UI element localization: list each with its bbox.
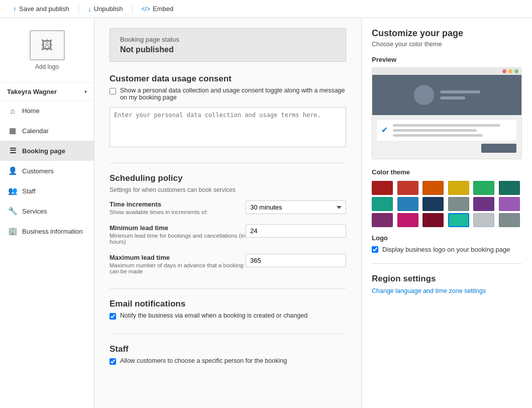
- business-icon: 🏢: [8, 227, 17, 236]
- staff-section: Staff Allow customers to choose a specif…: [110, 344, 346, 365]
- staff-icon: 👥: [8, 186, 17, 195]
- color-swatch-12[interactable]: [372, 213, 393, 227]
- sidebar-item-services[interactable]: 🔧 Services: [0, 201, 94, 221]
- preview-box: ✔: [372, 67, 522, 159]
- sidebar-item-label-staff: Staff: [22, 187, 36, 195]
- content-area: Booking page status Not published Custom…: [94, 18, 361, 408]
- sidebar-item-calendar[interactable]: ▦ Calendar: [0, 121, 94, 141]
- color-swatch-15[interactable]: [448, 213, 469, 227]
- main-layout: 🖼 Add logo Takeyra Wagner ▾ ⌂ Home ▦ Cal…: [0, 18, 532, 408]
- scheduling-section: Scheduling policy Settings for when cust…: [110, 173, 346, 274]
- color-grid: [372, 181, 522, 227]
- check-icon: ✔: [381, 125, 388, 135]
- color-swatch-9[interactable]: [448, 197, 469, 211]
- min-lead-input[interactable]: [246, 224, 346, 238]
- color-swatch-17[interactable]: [499, 213, 520, 227]
- color-swatch-10[interactable]: [473, 197, 494, 211]
- color-swatch-14[interactable]: [422, 213, 444, 227]
- home-icon: ⌂: [8, 107, 17, 115]
- embed-button[interactable]: </> Embed: [137, 3, 179, 15]
- embed-label: Embed: [153, 5, 173, 13]
- sidebar-item-label-calendar: Calendar: [22, 127, 49, 135]
- time-increments-left: Time increments Show available times in …: [110, 200, 246, 215]
- preview-right-lines: [393, 124, 512, 137]
- color-swatch-0[interactable]: [372, 181, 393, 195]
- sidebar-item-customers[interactable]: 👤 Customers: [0, 161, 94, 181]
- color-swatch-2[interactable]: [422, 181, 444, 195]
- sidebar-item-business-information[interactable]: 🏢 Business information: [0, 221, 94, 241]
- scheduling-title: Scheduling policy: [110, 173, 346, 183]
- save-icon: ↑: [13, 5, 17, 13]
- sidebar-item-staff[interactable]: 👥 Staff: [0, 181, 94, 201]
- sidebar-item-label-customers: Customers: [22, 167, 54, 175]
- preview-line-2: [440, 96, 465, 99]
- color-swatch-13[interactable]: [397, 213, 418, 227]
- max-lead-right: [246, 254, 346, 267]
- email-checkbox-label: Notify the business via email when a boo…: [120, 312, 307, 319]
- logo-checkbox-label: Display business logo on your booking pa…: [382, 246, 510, 253]
- sidebar-item-home[interactable]: ⌂ Home: [0, 101, 94, 121]
- color-swatch-3[interactable]: [448, 181, 469, 195]
- logo-box: 🖼: [30, 30, 65, 60]
- consent-textarea[interactable]: [110, 107, 346, 147]
- time-increments-right: 15 minutes 30 minutes 60 minutes: [246, 200, 346, 214]
- max-lead-desc: Maximum number of days in advance that a…: [110, 262, 246, 274]
- preview-body-inner: ✔: [377, 120, 516, 141]
- color-swatch-6[interactable]: [372, 197, 393, 211]
- region-link[interactable]: Change language and time zone settings: [372, 287, 486, 294]
- color-swatch-16[interactable]: [473, 213, 494, 227]
- image-icon: 🖼: [41, 38, 53, 52]
- max-lead-label: Maximum lead time: [110, 254, 246, 261]
- panel-subtitle: Choose your color theme: [372, 41, 522, 48]
- customers-icon: 👤: [8, 166, 17, 175]
- preview-avatar: [414, 85, 434, 105]
- logo-checkbox[interactable]: [372, 246, 378, 253]
- save-publish-label: Save and publish: [19, 5, 69, 13]
- color-swatch-5[interactable]: [499, 181, 520, 195]
- add-logo-text[interactable]: Add logo: [35, 63, 59, 70]
- preview-text-line-1: [393, 124, 500, 127]
- sidebar-item-label-business-information: Business information: [22, 228, 83, 235]
- time-increments-select[interactable]: 15 minutes 30 minutes 60 minutes: [246, 200, 346, 214]
- toolbar-divider-1: [78, 4, 79, 14]
- user-dropdown[interactable]: Takeyra Wagner ▾: [0, 83, 94, 101]
- preview-header: [372, 75, 521, 115]
- color-swatch-4[interactable]: [473, 181, 494, 195]
- sidebar: 🖼 Add logo Takeyra Wagner ▾ ⌂ Home ▦ Cal…: [0, 18, 94, 408]
- divider-region: [372, 263, 522, 264]
- panel-title: Customize your page: [372, 28, 522, 39]
- logo-section-label: Logo: [372, 234, 522, 242]
- preview-body: ✔: [372, 115, 521, 159]
- staff-title: Staff: [110, 344, 346, 354]
- min-lead-row: Minimum lead time Minimum lead time for …: [110, 224, 346, 245]
- sidebar-item-booking-page[interactable]: ☰ Booking page: [0, 141, 94, 161]
- email-title: Email notifications: [110, 299, 346, 309]
- calendar-icon: ▦: [8, 126, 17, 135]
- right-panel: Customize your page Choose your color th…: [361, 18, 532, 408]
- color-swatch-7[interactable]: [397, 197, 418, 211]
- scheduling-subtitle: Settings for when customers can book ser…: [110, 186, 346, 193]
- min-lead-right: [246, 224, 346, 238]
- save-publish-button[interactable]: ↑ Save and publish: [8, 3, 74, 15]
- min-lead-left: Minimum lead time Minimum lead time for …: [110, 224, 246, 245]
- consent-checkbox[interactable]: [110, 88, 116, 94]
- unpublish-label: Unpublish: [94, 5, 123, 13]
- staff-checkbox-row: Allow customers to choose a specific per…: [110, 357, 346, 365]
- divider-3: [110, 334, 346, 334]
- color-theme-label: Color theme: [372, 168, 522, 176]
- unpublish-button[interactable]: ↓ Unpublish: [83, 3, 128, 15]
- consent-checkbox-label: Show a personal data collection and usag…: [120, 87, 346, 101]
- email-checkbox[interactable]: [110, 313, 116, 320]
- max-lead-input[interactable]: [246, 254, 346, 267]
- time-increments-desc: Show available times in increments of:: [110, 209, 246, 215]
- color-swatch-8[interactable]: [422, 197, 444, 211]
- staff-checkbox[interactable]: [110, 358, 116, 365]
- min-lead-label: Minimum lead time: [110, 224, 246, 232]
- logo-area: 🖼 Add logo: [0, 18, 94, 83]
- status-label: Booking page status: [120, 36, 336, 43]
- toolbar-divider-2: [132, 4, 133, 14]
- user-name: Takeyra Wagner: [7, 88, 57, 95]
- color-swatch-1[interactable]: [397, 181, 418, 195]
- color-swatch-11[interactable]: [499, 197, 520, 211]
- preview-label: Preview: [372, 56, 522, 63]
